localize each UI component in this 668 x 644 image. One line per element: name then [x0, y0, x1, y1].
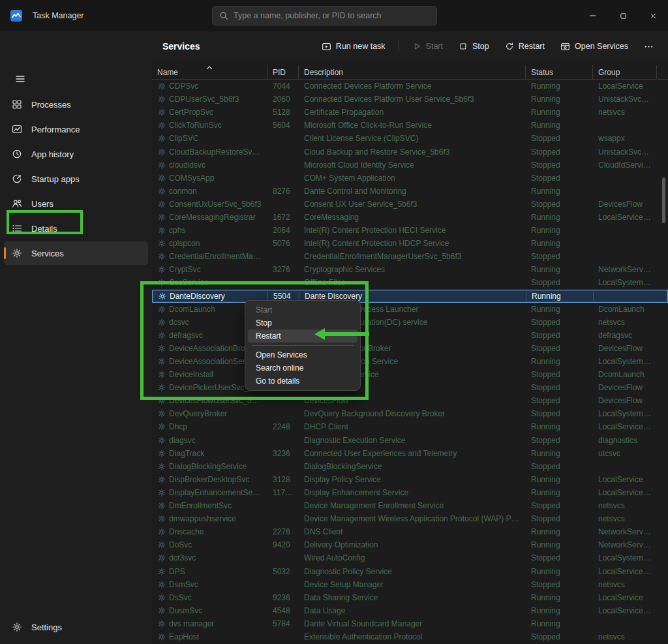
- table-row[interactable]: DeviceAssociationService2784Device Assoc…: [152, 355, 668, 368]
- restart-button[interactable]: Restart: [498, 38, 551, 55]
- cell-status: Stopped: [526, 462, 593, 471]
- service-gear-icon: [158, 134, 166, 142]
- table-row[interactable]: DisplayEnhancementService11784Display En…: [152, 486, 668, 499]
- cell-name: diagsvc: [152, 436, 267, 445]
- table-row[interactable]: DeviceAssociationBrokerSvc_5b6f3DeviceAs…: [152, 342, 668, 355]
- table-row[interactable]: defragsvcOptimize drivesStoppeddefragsvc: [152, 329, 668, 342]
- table-row[interactable]: DmEnrollmentSvcDevice Management Enrollm…: [152, 499, 668, 512]
- menu-item-open-services[interactable]: Open Services: [248, 348, 357, 361]
- search-box[interactable]: [212, 6, 437, 25]
- table-row[interactable]: DeviceInstallDevice Install ServiceStopp…: [152, 368, 668, 381]
- sidebar-item-settings[interactable]: Settings: [4, 615, 148, 639]
- cell-status: Running: [526, 265, 593, 274]
- sidebar-item-startup-apps[interactable]: Startup apps: [4, 167, 148, 191]
- cell-group: utcsvc: [593, 449, 657, 458]
- scrollbar-thumb[interactable]: [662, 177, 665, 223]
- table-row[interactable]: DsSvc9236Data Sharing ServiceRunningLoca…: [152, 591, 668, 604]
- table-row[interactable]: COMSysAppCOM+ System ApplicationStopped: [152, 172, 668, 185]
- column-header-group[interactable]: Group: [593, 65, 657, 79]
- table-row[interactable]: CredentialEnrollmentManagerUserSvc_5b6f3…: [152, 250, 668, 263]
- sidebar-item-app-history[interactable]: App history: [4, 142, 148, 166]
- cell-name: cloudidsvc: [152, 161, 267, 170]
- minimize-button[interactable]: [578, 0, 608, 31]
- table-row[interactable]: CloudBackupRestoreSvc_5b6f3Cloud Backup …: [152, 145, 668, 158]
- table-row[interactable]: CDPUserSvc_5b6f32060Connected Devices Pl…: [152, 93, 668, 106]
- table-row[interactable]: dot3svcWired AutoConfigStoppedLocalSyste…: [152, 551, 668, 564]
- table-row[interactable]: diagsvcDiagnostic Execution ServiceStopp…: [152, 434, 668, 447]
- table-row[interactable]: DiagTrack3236Connected User Experiences …: [152, 447, 668, 460]
- cell-pid: 5128: [267, 108, 299, 117]
- sidebar: ProcessesPerformanceApp historyStartup a…: [0, 31, 152, 644]
- table-row[interactable]: ConsentUxUserSvc_5b6f3Consent UX User Se…: [152, 198, 668, 211]
- sidebar-item-services[interactable]: Services: [4, 241, 148, 265]
- menu-item-go-to-details[interactable]: Go to details: [248, 375, 357, 388]
- maximize-button[interactable]: [608, 0, 638, 31]
- column-header-description[interactable]: Description: [299, 65, 526, 79]
- column-header-pid[interactable]: PID: [267, 65, 299, 79]
- menu-item-restart[interactable]: Restart: [248, 330, 357, 343]
- table-row[interactable]: ClipSVCClient License Service (ClipSVC)S…: [152, 132, 668, 145]
- cell-status: Running: [526, 357, 593, 366]
- close-button[interactable]: [638, 0, 668, 31]
- menu-item-search-online[interactable]: Search online: [248, 361, 357, 375]
- cell-description: Intel(R) Content Protection HDCP Service: [299, 239, 526, 248]
- open-services-button[interactable]: Open Services: [554, 38, 635, 55]
- table-row[interactable]: DevicePickerUserSvc_5b6f3DevicePickerSto…: [152, 381, 668, 394]
- cell-status: Running: [526, 475, 593, 484]
- table-row[interactable]: DPS5032Diagnostic Policy ServiceRunningL…: [152, 564, 668, 577]
- column-header-status[interactable]: Status: [526, 65, 593, 79]
- sidebar-item-users[interactable]: Users: [4, 192, 148, 215]
- vertical-scrollbar[interactable]: [660, 80, 667, 644]
- table-row[interactable]: dvs manager5784Dante Virtual Soundcard M…: [152, 617, 668, 630]
- table-row[interactable]: CertPropSvc5128Certificate PropagationRu…: [152, 106, 668, 119]
- table-row[interactable]: ClickToRunSvc5604Microsoft Office Click-…: [152, 119, 668, 132]
- table-row[interactable]: CoreMessagingRegistrar1672CoreMessagingR…: [152, 211, 668, 224]
- table-row[interactable]: DevicesFlowUserSvc_5b6f3DevicesFlowStopp…: [152, 394, 668, 407]
- cell-name: CDPUserSvc_5b6f3: [152, 95, 267, 104]
- service-gear-icon: [158, 528, 166, 536]
- cell-status: Running: [526, 488, 593, 497]
- sidebar-item-details[interactable]: Details: [4, 217, 148, 240]
- cell-description: Connected Devices Platform Service: [299, 82, 526, 91]
- search-input[interactable]: [234, 11, 430, 20]
- table-row-selected[interactable]: DanteDiscovery5504Dante DiscoveryRunning: [152, 290, 668, 303]
- table-row[interactable]: CryptSvc3276Cryptographic ServicesRunnin…: [152, 263, 668, 276]
- table-row[interactable]: Dnscache2276DNS ClientRunningNetworkServ…: [152, 525, 668, 538]
- run-new-task-button[interactable]: Run new task: [315, 38, 392, 55]
- cell-group: netsvcs: [593, 108, 657, 117]
- table-row[interactable]: DcomLaunch1044DCOM Server Process Launch…: [152, 303, 668, 316]
- service-gear-icon: [158, 515, 166, 523]
- cell-pid: 9420: [267, 540, 299, 549]
- table-row[interactable]: cphs2064Intel(R) Content Protection HECI…: [152, 224, 668, 237]
- table-row[interactable]: conmon8276Dante Control and MonitoringRu…: [152, 185, 668, 198]
- table-row[interactable]: cloudidsvcMicrosoft Cloud Identity Servi…: [152, 159, 668, 172]
- table-row[interactable]: DevQueryBrokerDevQuery Background Discov…: [152, 407, 668, 420]
- sidebar-item-label: Performance: [31, 125, 80, 134]
- table-row[interactable]: DusmSvc4548Data UsageRunningLocalService…: [152, 604, 668, 617]
- table-row[interactable]: DispBrokerDesktopSvc3128Display Policy S…: [152, 473, 668, 486]
- service-gear-icon: [158, 384, 166, 391]
- table-row[interactable]: dcsvcDeclared Configuration(DC) serviceS…: [152, 316, 668, 329]
- cell-group: NetworkService: [593, 540, 657, 549]
- sidebar-item-processes[interactable]: Processes: [4, 93, 148, 116]
- cell-pid: 2060: [267, 95, 299, 104]
- service-gear-icon: [159, 292, 166, 300]
- column-header-name[interactable]: Name: [152, 65, 267, 79]
- menu-item-stop[interactable]: Stop: [248, 316, 357, 330]
- table-row[interactable]: EapHostExtensible Authentication Protoco…: [152, 630, 668, 643]
- table-row[interactable]: cplspcon5076Intel(R) Content Protection …: [152, 237, 668, 250]
- table-row[interactable]: dmwappushserviceDevice Management Wirele…: [152, 512, 668, 525]
- table-row[interactable]: CDPSvc7044Connected Devices Platform Ser…: [152, 80, 668, 93]
- cell-name: DoSvc: [152, 540, 267, 549]
- hamburger-menu-button[interactable]: [9, 69, 31, 89]
- table-row[interactable]: Dhcp2248DHCP ClientRunningLocalServiceNe…: [152, 420, 668, 433]
- more-options-button[interactable]: [637, 38, 660, 55]
- cell-name: DmEnrollmentSvc: [152, 501, 267, 510]
- table-row[interactable]: CscServiceOffline FilesStoppedLocalSyste…: [152, 276, 668, 289]
- service-gear-icon: [158, 607, 166, 615]
- table-row[interactable]: DsmSvcDevice Setup ManagerStoppednetsvcs: [152, 578, 668, 591]
- table-row[interactable]: DoSvc9420Delivery OptimizationRunningNet…: [152, 538, 668, 551]
- sidebar-item-performance[interactable]: Performance: [4, 117, 148, 141]
- stop-button[interactable]: Stop: [452, 38, 496, 55]
- table-row[interactable]: DialogBlockingServiceDialogBlockingServi…: [152, 460, 668, 473]
